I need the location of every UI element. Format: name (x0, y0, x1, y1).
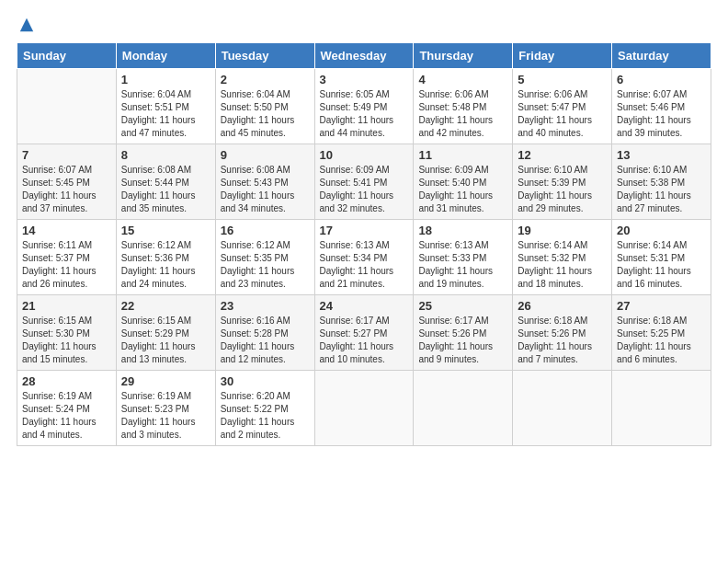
calendar-cell (414, 371, 513, 446)
calendar-cell: 18Sunrise: 6:13 AM Sunset: 5:33 PM Dayli… (414, 220, 513, 295)
day-info: Sunrise: 6:12 AM Sunset: 5:36 PM Dayligh… (121, 239, 210, 291)
day-info: Sunrise: 6:13 AM Sunset: 5:33 PM Dayligh… (418, 239, 507, 291)
calendar-cell: 13Sunrise: 6:10 AM Sunset: 5:38 PM Dayli… (612, 144, 711, 220)
calendar-cell: 25Sunrise: 6:17 AM Sunset: 5:26 PM Dayli… (414, 295, 513, 371)
day-number: 3 (320, 73, 409, 86)
calendar-cell: 6Sunrise: 6:07 AM Sunset: 5:46 PM Daylig… (612, 69, 711, 144)
calendar-cell: 2Sunrise: 6:04 AM Sunset: 5:50 PM Daylig… (215, 69, 314, 144)
svg-marker-0 (20, 18, 33, 31)
calendar-header-friday: Friday (513, 43, 612, 69)
day-number: 30 (221, 374, 310, 388)
day-number: 10 (320, 148, 409, 162)
day-number: 9 (221, 148, 310, 162)
day-number: 13 (617, 148, 706, 162)
day-info: Sunrise: 6:06 AM Sunset: 5:47 PM Dayligh… (518, 88, 607, 140)
header (17, 17, 711, 33)
calendar-cell: 19Sunrise: 6:14 AM Sunset: 5:32 PM Dayli… (513, 220, 612, 295)
calendar-week-row: 7Sunrise: 6:07 AM Sunset: 5:45 PM Daylig… (17, 144, 711, 220)
day-info: Sunrise: 6:20 AM Sunset: 5:22 PM Dayligh… (221, 390, 310, 442)
day-number: 23 (221, 299, 310, 313)
day-number: 27 (617, 299, 706, 313)
day-info: Sunrise: 6:11 AM Sunset: 5:37 PM Dayligh… (22, 239, 111, 291)
calendar-cell: 22Sunrise: 6:15 AM Sunset: 5:29 PM Dayli… (116, 295, 215, 371)
calendar-cell: 5Sunrise: 6:06 AM Sunset: 5:47 PM Daylig… (513, 69, 612, 144)
day-number: 22 (121, 299, 210, 313)
calendar-cell: 4Sunrise: 6:06 AM Sunset: 5:48 PM Daylig… (414, 69, 513, 144)
calendar-header-sunday: Sunday (17, 43, 117, 69)
day-number: 4 (418, 73, 507, 86)
day-info: Sunrise: 6:10 AM Sunset: 5:39 PM Dayligh… (518, 164, 607, 215)
day-info: Sunrise: 6:08 AM Sunset: 5:44 PM Dayligh… (121, 164, 210, 215)
day-info: Sunrise: 6:04 AM Sunset: 5:50 PM Dayligh… (221, 88, 310, 140)
day-number: 29 (121, 374, 210, 388)
calendar-cell: 26Sunrise: 6:18 AM Sunset: 5:26 PM Dayli… (513, 295, 612, 371)
calendar-cell: 16Sunrise: 6:12 AM Sunset: 5:35 PM Dayli… (215, 220, 314, 295)
day-number: 7 (22, 148, 111, 162)
day-number: 6 (617, 73, 706, 86)
day-info: Sunrise: 6:13 AM Sunset: 5:34 PM Dayligh… (320, 239, 409, 291)
day-info: Sunrise: 6:16 AM Sunset: 5:28 PM Dayligh… (221, 315, 310, 366)
calendar-header-saturday: Saturday (612, 43, 711, 69)
calendar-cell: 21Sunrise: 6:15 AM Sunset: 5:30 PM Dayli… (17, 295, 117, 371)
day-info: Sunrise: 6:12 AM Sunset: 5:35 PM Dayligh… (221, 239, 310, 291)
day-info: Sunrise: 6:14 AM Sunset: 5:31 PM Dayligh… (617, 239, 706, 291)
calendar-header-row: SundayMondayTuesdayWednesdayThursdayFrid… (17, 43, 711, 69)
day-number: 24 (320, 299, 409, 313)
day-number: 12 (518, 148, 607, 162)
day-info: Sunrise: 6:08 AM Sunset: 5:43 PM Dayligh… (221, 164, 310, 215)
day-number: 19 (518, 224, 607, 237)
calendar-cell (513, 371, 612, 446)
day-info: Sunrise: 6:09 AM Sunset: 5:40 PM Dayligh… (418, 164, 507, 215)
calendar-cell: 20Sunrise: 6:14 AM Sunset: 5:31 PM Dayli… (612, 220, 711, 295)
day-number: 18 (418, 224, 507, 237)
calendar-header-tuesday: Tuesday (215, 43, 314, 69)
day-info: Sunrise: 6:19 AM Sunset: 5:23 PM Dayligh… (121, 390, 210, 442)
calendar-header-thursday: Thursday (414, 43, 513, 69)
day-info: Sunrise: 6:06 AM Sunset: 5:48 PM Dayligh… (418, 88, 507, 140)
logo-icon (18, 17, 35, 33)
day-number: 28 (22, 374, 111, 388)
day-info: Sunrise: 6:14 AM Sunset: 5:32 PM Dayligh… (518, 239, 607, 291)
calendar-cell: 8Sunrise: 6:08 AM Sunset: 5:44 PM Daylig… (116, 144, 215, 220)
day-info: Sunrise: 6:07 AM Sunset: 5:46 PM Dayligh… (617, 88, 706, 140)
calendar-header-monday: Monday (116, 43, 215, 69)
calendar-cell: 1Sunrise: 6:04 AM Sunset: 5:51 PM Daylig… (116, 69, 215, 144)
day-number: 17 (320, 224, 409, 237)
calendar-cell: 28Sunrise: 6:19 AM Sunset: 5:24 PM Dayli… (17, 371, 117, 446)
day-number: 16 (221, 224, 310, 237)
day-info: Sunrise: 6:10 AM Sunset: 5:38 PM Dayligh… (617, 164, 706, 215)
day-info: Sunrise: 6:15 AM Sunset: 5:29 PM Dayligh… (121, 315, 210, 366)
calendar-cell: 9Sunrise: 6:08 AM Sunset: 5:43 PM Daylig… (215, 144, 314, 220)
calendar-week-row: 28Sunrise: 6:19 AM Sunset: 5:24 PM Dayli… (17, 371, 711, 446)
calendar-cell: 27Sunrise: 6:18 AM Sunset: 5:25 PM Dayli… (612, 295, 711, 371)
calendar-cell: 11Sunrise: 6:09 AM Sunset: 5:40 PM Dayli… (414, 144, 513, 220)
day-number: 14 (22, 224, 111, 237)
calendar-cell: 30Sunrise: 6:20 AM Sunset: 5:22 PM Dayli… (215, 371, 314, 446)
day-number: 11 (418, 148, 507, 162)
day-info: Sunrise: 6:04 AM Sunset: 5:51 PM Dayligh… (121, 88, 210, 140)
day-number: 21 (22, 299, 111, 313)
calendar-cell: 10Sunrise: 6:09 AM Sunset: 5:41 PM Dayli… (314, 144, 414, 220)
calendar-cell: 23Sunrise: 6:16 AM Sunset: 5:28 PM Dayli… (215, 295, 314, 371)
day-number: 25 (418, 299, 507, 313)
day-info: Sunrise: 6:07 AM Sunset: 5:45 PM Dayligh… (22, 164, 111, 215)
calendar-cell: 17Sunrise: 6:13 AM Sunset: 5:34 PM Dayli… (314, 220, 414, 295)
day-info: Sunrise: 6:17 AM Sunset: 5:26 PM Dayligh… (418, 315, 507, 366)
day-info: Sunrise: 6:09 AM Sunset: 5:41 PM Dayligh… (320, 164, 409, 215)
day-info: Sunrise: 6:19 AM Sunset: 5:24 PM Dayligh… (22, 390, 111, 442)
calendar-cell: 3Sunrise: 6:05 AM Sunset: 5:49 PM Daylig… (314, 69, 414, 144)
calendar-week-row: 21Sunrise: 6:15 AM Sunset: 5:30 PM Dayli… (17, 295, 711, 371)
logo (17, 17, 35, 33)
day-number: 2 (221, 73, 310, 86)
calendar-cell: 12Sunrise: 6:10 AM Sunset: 5:39 PM Dayli… (513, 144, 612, 220)
calendar-cell: 29Sunrise: 6:19 AM Sunset: 5:23 PM Dayli… (116, 371, 215, 446)
day-info: Sunrise: 6:18 AM Sunset: 5:25 PM Dayligh… (617, 315, 706, 366)
day-number: 15 (121, 224, 210, 237)
calendar-week-row: 14Sunrise: 6:11 AM Sunset: 5:37 PM Dayli… (17, 220, 711, 295)
calendar-table: SundayMondayTuesdayWednesdayThursdayFrid… (17, 42, 711, 446)
day-number: 8 (121, 148, 210, 162)
calendar-cell: 15Sunrise: 6:12 AM Sunset: 5:36 PM Dayli… (116, 220, 215, 295)
calendar-cell (17, 69, 117, 144)
calendar-cell: 7Sunrise: 6:07 AM Sunset: 5:45 PM Daylig… (17, 144, 117, 220)
day-info: Sunrise: 6:05 AM Sunset: 5:49 PM Dayligh… (320, 88, 409, 140)
